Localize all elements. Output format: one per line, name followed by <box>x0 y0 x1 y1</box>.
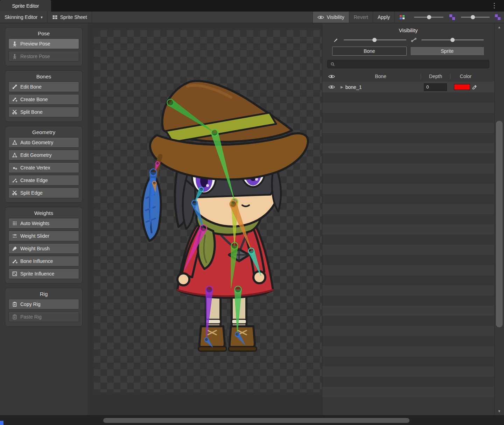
create-vertex-button[interactable]: Create Vertex <box>8 162 79 173</box>
dots-grid-icon <box>12 221 18 226</box>
weight-slider-button[interactable]: Weight Slider <box>8 231 79 241</box>
alpha-checker-icon <box>449 14 455 20</box>
empty-row <box>322 346 494 356</box>
empty-row <box>322 387 494 397</box>
button-label: Edit Geometry <box>20 152 51 158</box>
overlay-color-button[interactable] <box>395 12 410 23</box>
tab-title: Sprite Editor <box>12 3 39 9</box>
empty-row <box>322 143 494 153</box>
transparency-checkerboard <box>94 30 322 392</box>
bone-joint[interactable] <box>153 181 156 185</box>
weight-brush-button[interactable]: Weight Brush <box>8 243 79 254</box>
apply-label: Apply <box>378 14 390 20</box>
preview-pose-button[interactable]: Preview Pose <box>8 39 79 49</box>
button-label: Auto Geometry <box>20 140 53 145</box>
depth-input[interactable] <box>424 83 447 91</box>
bone-color-swatch[interactable] <box>454 84 470 90</box>
skinning-editor-dropdown[interactable]: Skinning Editor ▾ <box>0 12 47 23</box>
vertical-scrollbar[interactable]: ▲ ▼ <box>494 23 504 415</box>
create-edge-button[interactable]: Create Edge <box>8 175 79 186</box>
empty-row <box>322 245 494 255</box>
search-box[interactable] <box>327 60 489 68</box>
create-bone-button[interactable]: Create Bone <box>8 94 79 105</box>
bone-joint[interactable] <box>248 248 254 254</box>
eye-column-icon[interactable] <box>328 74 335 79</box>
bone-opacity-icon <box>333 38 340 42</box>
tab-sprite-editor[interactable]: Sprite Editor <box>0 0 51 12</box>
empty-row <box>322 367 494 377</box>
mesh-opacity-icon <box>411 38 417 42</box>
mesh-icon <box>12 140 18 145</box>
sprite-canvas[interactable] <box>88 23 322 415</box>
empty-row <box>322 204 494 214</box>
slider-knob[interactable] <box>450 38 455 42</box>
tool-sidebar: Pose Preview Pose Restore Pose Bones Edi… <box>0 23 88 415</box>
vertical-scrollbar-thumb[interactable] <box>496 121 503 327</box>
button-label: Sprite Influence <box>20 271 54 277</box>
mesh-opacity-slider[interactable] <box>421 37 484 42</box>
slider-knob[interactable] <box>471 15 475 19</box>
table-row-bone-1[interactable]: ▶ bone_1 <box>322 82 494 92</box>
sprite-influence-button[interactable]: Sprite Influence <box>8 269 79 279</box>
edit-geometry-button[interactable]: Edit Geometry <box>8 150 79 160</box>
slider-track[interactable] <box>461 17 490 18</box>
visibility-toggle-button[interactable]: Visibility <box>313 12 349 23</box>
overlay-opacity-slider-2[interactable] <box>456 12 494 23</box>
bone-joint[interactable] <box>200 225 207 232</box>
empty-row <box>322 194 494 204</box>
revert-button[interactable]: Revert <box>349 12 373 23</box>
bone-joint[interactable] <box>206 286 213 293</box>
tab-bone[interactable]: Bone <box>332 47 407 56</box>
bone-joint[interactable] <box>199 187 203 191</box>
bone-joint[interactable] <box>235 332 239 336</box>
kebab-menu-icon[interactable]: ⋮ <box>491 2 498 9</box>
disclosure-triangle-icon[interactable]: ▶ <box>341 85 343 89</box>
bone-joint[interactable] <box>211 130 218 136</box>
bone-opacity-slider[interactable] <box>344 37 406 42</box>
bone-joint[interactable] <box>205 338 209 342</box>
empty-row <box>322 153 494 163</box>
search-row <box>322 58 494 71</box>
button-label: Paste Rig <box>20 314 42 320</box>
bone-influence-button[interactable]: Bone Influence <box>8 256 79 266</box>
character-sprite <box>94 30 322 392</box>
bone-joint[interactable] <box>235 286 241 293</box>
group-title: Bones <box>5 74 82 79</box>
auto-weights-button[interactable]: Auto Weights <box>8 218 79 229</box>
horizontal-scrollbar-thumb[interactable] <box>103 418 410 423</box>
button-label: Create Edge <box>20 177 48 183</box>
horizontal-scrollbar[interactable] <box>0 415 504 425</box>
restore-pose-button[interactable]: Restore Pose <box>8 51 79 62</box>
empty-rows <box>322 92 494 399</box>
split-edge-button[interactable]: Split Edge <box>8 188 79 198</box>
slider-knob[interactable] <box>427 15 431 19</box>
bone-joint[interactable] <box>230 201 237 208</box>
scroll-down-icon[interactable]: ▼ <box>495 409 504 413</box>
copy-rig-button[interactable]: Copy Rig <box>8 299 79 309</box>
scroll-up-icon[interactable]: ▲ <box>495 25 504 29</box>
bone-joint[interactable] <box>156 162 159 165</box>
split-bone-button[interactable]: Split Bone <box>8 107 79 117</box>
bone-name: bone_1 <box>345 84 362 90</box>
slider-knob[interactable] <box>372 38 377 42</box>
bone-joint[interactable] <box>167 99 174 106</box>
apply-button[interactable]: Apply <box>373 12 394 23</box>
mesh-icon <box>12 152 18 158</box>
edge-icon <box>12 177 18 183</box>
sprite-sheet-button[interactable]: Sprite Sheet <box>48 12 92 23</box>
vertex-icon <box>12 165 18 170</box>
group-title: Rig <box>5 291 82 297</box>
row-visibility-eye-icon[interactable] <box>328 85 335 89</box>
eyedropper-icon[interactable] <box>472 84 477 90</box>
auto-geometry-button[interactable]: Auto Geometry <box>8 137 79 148</box>
paste-rig-button[interactable]: Paste Rig <box>8 312 79 322</box>
empty-row <box>322 133 494 143</box>
bone-joint[interactable] <box>192 200 197 206</box>
search-input[interactable] <box>337 62 486 67</box>
alpha-swatch <box>448 12 456 23</box>
brush-icon <box>12 246 18 251</box>
overlay-opacity-slider-1[interactable] <box>410 12 448 23</box>
bone-joint[interactable] <box>231 243 238 249</box>
tab-sprite[interactable]: Sprite <box>410 47 485 56</box>
edit-bone-button[interactable]: Edit Bone <box>8 82 79 92</box>
